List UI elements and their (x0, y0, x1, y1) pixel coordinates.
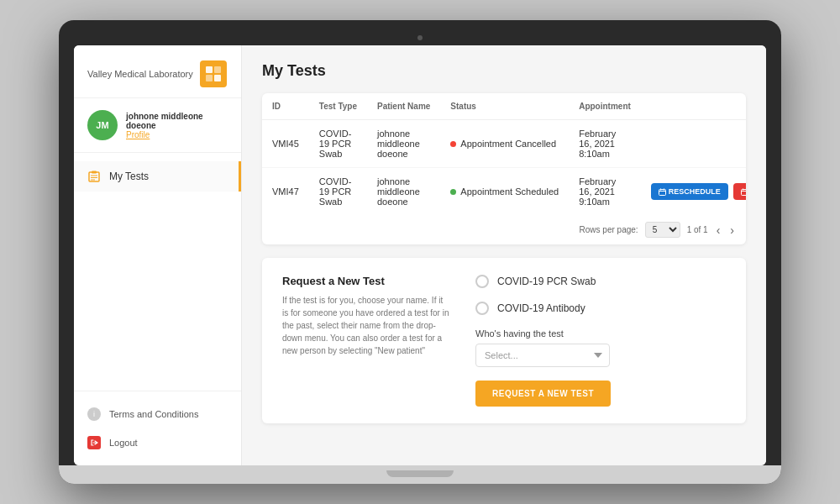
row2-test-type: COVID-19 PCR Swab (309, 168, 367, 216)
col-actions (641, 93, 746, 120)
logout-label: Logout (109, 438, 138, 448)
row2-actions[interactable]: RESCHEDULE (641, 168, 746, 216)
calendar-icon (659, 188, 666, 196)
request-form-area: COVID-19 PCR Swab COVID-19 Antibody Who'… (475, 275, 726, 407)
row2-status: Appointment Scheduled (440, 168, 569, 216)
main-content: My Tests ID Test Type Patient Name Statu… (242, 45, 766, 465)
col-test-type: Test Type (309, 93, 367, 120)
reschedule-button[interactable]: RESCHEDULE (651, 183, 728, 200)
request-card: Request a New Test If the test is for yo… (262, 258, 746, 423)
logo-area: Valley Medical Laboratory (74, 45, 241, 98)
col-patient-name: Patient Name (367, 93, 440, 120)
row1-actions (641, 120, 746, 168)
request-title: Request a New Test (282, 275, 450, 287)
table-card: ID Test Type Patient Name Status Appoint… (262, 93, 746, 244)
svg-rect-9 (659, 189, 665, 195)
svg-rect-3 (214, 75, 221, 81)
row1-status: Appointment Cancelled (440, 120, 569, 168)
sidebar: Valley Medical Laboratory JM johnone (74, 45, 242, 465)
radio-circle-antibody (475, 302, 489, 315)
row2-id: VMI47 (262, 168, 309, 216)
terms-label: Terms and Conditions (109, 409, 198, 419)
radio-label-antibody: COVID-19 Antibody (497, 302, 585, 314)
svg-rect-0 (206, 66, 213, 73)
row1-test-type: COVID-19 PCR Swab (309, 120, 367, 168)
row2-appointment: February 16, 2021 9:10am (569, 168, 641, 216)
row1-patient: johnone middleone doeone (367, 120, 440, 168)
info-icon: i (87, 407, 101, 421)
page-info: 1 of 1 (687, 225, 708, 234)
laptop-base (59, 465, 781, 484)
profile-link[interactable]: Profile (126, 130, 228, 139)
row2-patient: johnone middleone doeone (367, 168, 440, 216)
radio-label-pcr: COVID-19 PCR Swab (497, 276, 596, 287)
status-dot-cancelled (450, 141, 456, 147)
rows-per-page-select[interactable]: 5 10 25 (645, 222, 680, 238)
request-description-area: Request a New Test If the test is for yo… (282, 275, 450, 407)
avatar: JM (87, 110, 118, 140)
request-desc: If the test is for you, choose your name… (282, 294, 450, 357)
next-page-button[interactable]: › (728, 223, 736, 237)
sidebar-bottom: i Terms and Conditions Logout (74, 391, 241, 465)
radio-circle-pcr (475, 275, 489, 288)
svg-rect-5 (92, 171, 97, 174)
logout-item[interactable]: Logout (74, 428, 241, 457)
logo-icon (200, 60, 227, 87)
user-name: johnone middleone doeone (126, 112, 228, 130)
cancel-button[interactable]: CANCEL (733, 183, 746, 200)
clipboard-icon (87, 170, 101, 183)
svg-rect-1 (214, 66, 221, 73)
user-area: JM johnone middleone doeone Profile (74, 98, 241, 153)
row1-id: VMI45 (262, 120, 309, 168)
cancel-icon (741, 188, 746, 196)
terms-item[interactable]: i Terms and Conditions (74, 400, 241, 428)
sidebar-item-label: My Tests (109, 171, 149, 182)
col-status: Status (440, 93, 569, 120)
screen: Valley Medical Laboratory JM johnone (74, 45, 766, 465)
radio-antibody[interactable]: COVID-19 Antibody (475, 302, 726, 315)
whos-having-group: Who's having the test Select... (475, 328, 726, 367)
sidebar-item-my-tests[interactable]: My Tests (74, 161, 241, 192)
table-row: VMI47 COVID-19 PCR Swab johnone middleon… (262, 168, 746, 216)
pagination: Rows per page: 5 10 25 1 of 1 ‹ › (262, 215, 746, 244)
table-row: VMI45 COVID-19 PCR Swab johnone middleon… (262, 120, 746, 168)
nav-area: My Tests (74, 153, 241, 391)
page-title: My Tests (262, 62, 746, 80)
laptop-notch (386, 470, 454, 477)
svg-rect-2 (206, 75, 213, 81)
prev-page-button[interactable]: ‹ (715, 223, 722, 237)
request-new-test-button[interactable]: REQUEST A NEW TEST (475, 381, 611, 407)
row1-appointment: February 16, 2021 8:10am (569, 120, 641, 168)
laptop-frame: Valley Medical Laboratory JM johnone (59, 20, 781, 484)
tests-table: ID Test Type Patient Name Status Appoint… (262, 93, 746, 215)
svg-rect-13 (741, 189, 746, 195)
whos-having-label: Who's having the test (475, 328, 726, 339)
col-appointment: Appointment (569, 93, 641, 120)
status-dot-scheduled (450, 189, 456, 195)
user-info: johnone middleone doeone Profile (126, 112, 228, 139)
logo-text-line1: Valley Medical Laboratory (87, 68, 193, 80)
rows-per-page-label: Rows per page: (580, 225, 638, 234)
col-id: ID (262, 93, 309, 120)
radio-pcr[interactable]: COVID-19 PCR Swab (475, 275, 726, 288)
logout-icon (87, 436, 101, 449)
webcam (417, 35, 423, 40)
patient-select[interactable]: Select... (475, 344, 610, 367)
